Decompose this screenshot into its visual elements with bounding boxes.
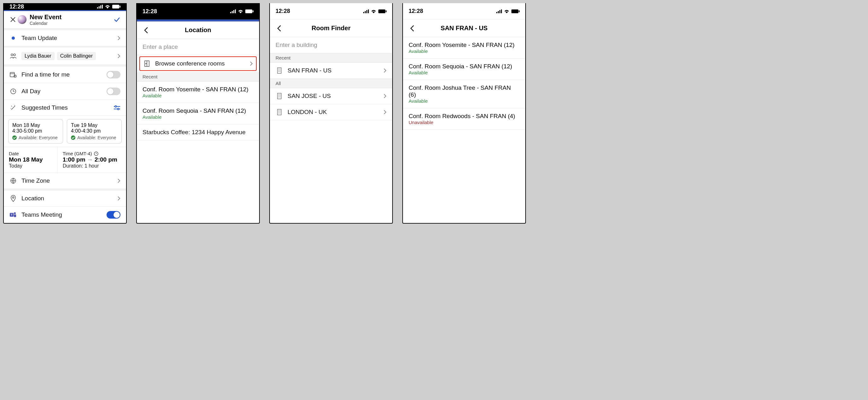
building-name: SAN JOSE - US <box>287 93 379 100</box>
building-item[interactable]: SAN FRAN - US <box>270 63 392 79</box>
header-title: SAN FRAN - US <box>441 25 488 32</box>
svg-point-11 <box>115 106 117 107</box>
recent-header: Recent <box>270 53 392 63</box>
status-bar: 12:28 <box>137 3 259 20</box>
svg-rect-41 <box>519 10 520 12</box>
location-pin-icon <box>9 195 17 202</box>
attendee-chip[interactable]: Colin Ballinger <box>57 52 96 60</box>
teams-toggle[interactable] <box>106 211 120 219</box>
status-icons <box>363 9 386 13</box>
cellular-icon <box>363 9 369 13</box>
date-label: Date <box>9 151 52 156</box>
back-button[interactable] <box>407 24 417 33</box>
save-button[interactable] <box>112 15 122 24</box>
teams-icon: T <box>9 212 17 218</box>
date-time-block[interactable]: Date Mon 18 May Today Time (GMT-4) 1:00 … <box>4 147 126 173</box>
svg-rect-35 <box>277 109 281 115</box>
svg-rect-30 <box>368 9 369 13</box>
status-icons <box>97 5 120 8</box>
header-title: New Event <box>30 13 112 21</box>
suggestion-date: Tue 19 May <box>71 123 118 128</box>
place-name: Starbucks Coffee: 1234 Happy Avenue <box>143 129 253 136</box>
browse-rooms-label: Browse conference rooms <box>155 60 245 67</box>
sliders-icon[interactable] <box>114 105 120 110</box>
back-button[interactable] <box>141 26 151 35</box>
recent-header: Recent <box>137 72 259 81</box>
svg-rect-33 <box>277 68 281 73</box>
svg-rect-1 <box>99 6 100 8</box>
status-icons <box>230 9 253 13</box>
room-finder-header: Room Finder <box>270 20 392 37</box>
chevron-left-icon <box>410 25 414 32</box>
attendees-row[interactable]: Lydia Bauer Colin Ballinger <box>4 47 126 65</box>
chevron-right-icon <box>383 94 386 99</box>
screen-location: 12:28 Location Enter a place Browse conf… <box>136 3 260 224</box>
suggested-time-card[interactable]: Mon 18 May 4:30-5:00 pm Available: Every… <box>8 119 63 144</box>
svg-rect-27 <box>363 12 364 13</box>
room-item[interactable]: Conf. Room Yosemite - SAN FRAN (12) Avai… <box>403 37 525 59</box>
chevron-right-icon <box>383 68 386 73</box>
event-title: Team Update <box>22 35 113 41</box>
room-item[interactable]: Conf. Room Sequoia - SAN FRAN (12) Avail… <box>137 103 259 124</box>
suggested-times-row[interactable]: Suggested Times <box>4 100 126 116</box>
calendar-clock-icon <box>9 71 17 78</box>
date-value: Mon 18 May <box>9 156 52 163</box>
svg-text:T: T <box>11 213 12 216</box>
suggestion-availability: Available: Everyone <box>77 135 116 140</box>
svg-rect-32 <box>385 10 386 12</box>
status-time: 12:28 <box>9 3 24 10</box>
timezone-row[interactable]: Time Zone <box>4 173 126 189</box>
status-time: 12:28 <box>276 8 290 14</box>
suggested-time-card[interactable]: Tue 19 May 4:00-4:30 pm Available: Every… <box>67 119 122 144</box>
attendee-chip[interactable]: Lydia Bauer <box>22 52 55 60</box>
magic-wand-icon <box>9 105 17 111</box>
teams-label: Teams Meeting <box>22 211 102 218</box>
suggested-times-cards: Mon 18 May 4:30-5:00 pm Available: Every… <box>4 116 126 147</box>
building-item[interactable]: SAN JOSE - US <box>270 88 392 104</box>
svg-point-18 <box>14 212 16 214</box>
all-day-toggle[interactable] <box>106 88 120 95</box>
find-time-row[interactable]: Find a time for me <box>4 66 126 83</box>
building-input[interactable]: Enter a building <box>270 37 392 53</box>
svg-rect-21 <box>233 10 234 13</box>
find-time-label: Find a time for me <box>22 71 102 78</box>
back-button[interactable] <box>274 24 284 33</box>
battery-icon <box>245 9 253 13</box>
room-item[interactable]: Conf. Room Joshua Tree - SAN FRAN (6) Av… <box>403 80 525 108</box>
room-item[interactable]: Conf. Room Sequoia - SAN FRAN (12) Avail… <box>403 59 525 80</box>
available-check-icon <box>71 135 75 140</box>
screen-new-event: 12:28 New Event Calendar Team Update <box>3 3 127 224</box>
location-row[interactable]: Location <box>4 191 126 207</box>
time-value: 1:00 pm → 2:00 pm <box>63 156 117 163</box>
event-title-row[interactable]: Team Update <box>4 30 126 46</box>
wifi-icon <box>105 5 110 8</box>
globe-icon <box>9 178 17 184</box>
room-status: Available <box>409 48 520 54</box>
browse-rooms-row[interactable]: Browse conference rooms <box>140 56 257 71</box>
chevron-left-icon <box>144 27 148 34</box>
svg-rect-28 <box>365 11 366 13</box>
close-button[interactable] <box>8 15 18 24</box>
svg-rect-40 <box>512 9 518 13</box>
all-header: All <box>270 79 392 88</box>
building-header: SAN FRAN - US <box>403 20 525 37</box>
building-item[interactable]: LONDON - UK <box>270 104 392 120</box>
wifi-icon <box>238 9 243 13</box>
clock-icon <box>9 88 17 95</box>
place-input[interactable]: Enter a place <box>137 39 259 55</box>
battery-icon <box>112 5 120 8</box>
status-time: 12:28 <box>409 8 423 14</box>
svg-rect-24 <box>253 10 253 12</box>
find-time-toggle[interactable] <box>106 71 120 78</box>
place-item[interactable]: Starbucks Coffee: 1234 Happy Avenue <box>137 124 259 140</box>
room-item[interactable]: Conf. Room Yosemite - SAN FRAN (12) Avai… <box>137 81 259 103</box>
svg-point-15 <box>12 197 14 198</box>
all-day-row[interactable]: All Day <box>4 83 126 100</box>
svg-point-7 <box>13 54 16 56</box>
room-item[interactable]: Conf. Room Redwoods - SAN FRAN (4) Unava… <box>403 108 525 130</box>
people-icon <box>9 53 17 59</box>
room-status: Available <box>143 114 253 120</box>
teams-meeting-row[interactable]: T Teams Meeting <box>4 207 126 223</box>
building-icon <box>276 93 283 100</box>
close-icon <box>10 17 16 22</box>
